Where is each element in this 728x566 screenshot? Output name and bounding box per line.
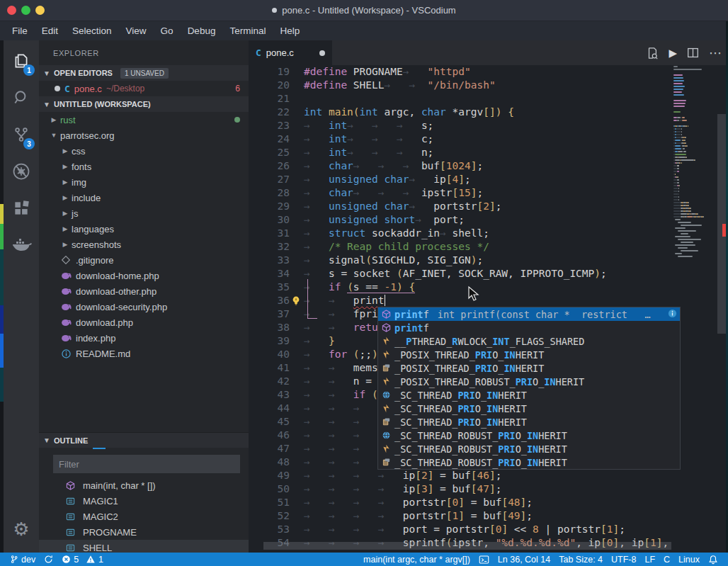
suggest-item-6[interactable]: _SC_THREAD_PRIO_INHERIT [378, 388, 680, 402]
suggest-detail: int printf(const char *__restrict__ … [438, 309, 665, 320]
horizontal-scrollbar[interactable] [263, 542, 671, 550]
notifications-bell-icon[interactable] [704, 553, 722, 566]
code-line-21[interactable]: 21 [249, 92, 728, 106]
suggest-item-5[interactable]: _POSIX_THREAD_ROBUST_PRIO_INHERIT [378, 375, 680, 388]
tree-item-download-security-php[interactable]: download-security.php [39, 299, 249, 315]
menu-view[interactable]: View [120, 23, 153, 38]
code-line-28[interactable]: 28→ char→ → → ipstr[15]; [249, 186, 728, 200]
code-line-35[interactable]: 35→ if (s == -1) { [249, 281, 728, 294]
open-changes-icon[interactable] [646, 47, 659, 60]
settings-gear-icon[interactable]: ⚙ [4, 513, 39, 545]
tree-item-img[interactable]: ▶img [39, 174, 249, 190]
info-icon[interactable] [668, 309, 677, 320]
outline-item-main-int-char-[interactable]: main(int, char * []) [39, 477, 249, 493]
code-line-49[interactable]: 49→ → → → ip[2] = buf[46]; [249, 469, 728, 482]
outline-header[interactable]: ▼ OUTLINE [39, 432, 249, 448]
tree-item-include[interactable]: ▶include [39, 190, 249, 205]
git-branch-item[interactable]: dev [6, 553, 40, 566]
code-line-52[interactable]: 52→ → → → portstr[1] = buf[49]; [249, 509, 728, 523]
code-line-24[interactable]: 24→ int→ → → c; [249, 132, 728, 146]
code-line-27[interactable]: 27→ unsigned char→ ip[4]; [249, 173, 728, 186]
tree-item-screenshots[interactable]: ▶screenshots [39, 237, 249, 252]
tree-item-download-php[interactable]: download.php [39, 315, 249, 330]
tree-item-js[interactable]: ▶js [39, 205, 249, 221]
horizontal-scrollbar-thumb[interactable] [263, 542, 671, 550]
menu-go[interactable]: Go [154, 23, 180, 38]
tree-item-index-php[interactable]: index.php [39, 330, 249, 346]
tab-size-item[interactable]: Tab Size: 4 [554, 553, 607, 566]
code-line-23[interactable]: 23→ int→ → → s; [249, 119, 728, 132]
extensions-icon[interactable] [4, 192, 39, 225]
code-line-25[interactable]: 25→ int→ → → n; [249, 146, 728, 159]
encoding-item[interactable]: UTF-8 [607, 553, 640, 566]
suggest-item-11[interactable]: _SC_THREAD_ROBUST_PRIO_INHERIT [378, 455, 680, 469]
code-line-32[interactable]: 32→ /* Reap child processes */ [249, 240, 728, 254]
explorer-icon[interactable]: 1 [4, 45, 39, 77]
tree-item-download-home-php[interactable]: download-home.php [39, 268, 249, 283]
outline-filter-input[interactable]: Filter [53, 455, 240, 473]
code-line-50[interactable]: 50→ → → → ip[3] = buf[47]; [249, 482, 728, 496]
code-line-36[interactable]: 36→ → print [249, 294, 728, 307]
tree-item--gitignore[interactable]: .gitignore [39, 252, 249, 268]
code-line-30[interactable]: 30→ unsigned short→ port; [249, 213, 728, 227]
terminal-icon[interactable] [474, 553, 494, 566]
code-line-53[interactable]: 53→ → → → port = portstr[0] << 8 | ports… [249, 523, 728, 536]
cursor-position-item[interactable]: Ln 36, Col 14 [494, 553, 554, 566]
code-line-51[interactable]: 51→ → → → portstr[0] = buf[48]; [249, 496, 728, 509]
close-window-button[interactable] [7, 6, 16, 15]
code-line-34[interactable]: 34→ s = socket (AF_INET, SOCK_RAW, IPPRO… [249, 267, 728, 281]
open-editors-header[interactable]: ▼ OPEN EDITORS 1 UNSAVED [39, 65, 249, 81]
more-actions-icon[interactable]: ⋯ [709, 45, 722, 61]
eol-item[interactable]: LF [640, 553, 659, 566]
outline-item-magic2[interactable]: MAGIC2 [39, 509, 249, 524]
menu-file[interactable]: File [6, 23, 34, 38]
tree-item-parrotsec-org[interactable]: ▼parrotsec.org [39, 128, 249, 143]
code-line-33[interactable]: 33→ signal(SIGCHLD, SIG_IGN); [249, 254, 728, 267]
language-mode-item[interactable]: C [659, 553, 674, 566]
title-bar[interactable]: pone.c - Untitled (Workspace) - VSCodium [0, 0, 728, 21]
open-editor-pone-c[interactable]: C pone.c ~/Desktop 6 [39, 81, 249, 96]
code-line-19[interactable]: 19#define PROGNAME→ "httpd" [249, 65, 728, 79]
suggest-item-9[interactable]: _SC_THREAD_ROBUST_PRIO_INHERIT [378, 429, 680, 442]
menu-help[interactable]: Help [273, 23, 306, 38]
suggest-item-7[interactable]: _SC_THREAD_PRIO_INHERIT [378, 402, 680, 415]
suggest-item-3[interactable]: _POSIX_THREAD_PRIO_INHERIT [378, 348, 680, 361]
search-icon[interactable] [4, 81, 39, 114]
menu-debug[interactable]: Debug [181, 23, 222, 38]
tree-item-fonts[interactable]: ▶fonts [39, 159, 249, 174]
docker-icon[interactable] [4, 229, 39, 261]
sync-item[interactable] [40, 553, 57, 566]
tree-item-download-other-php[interactable]: download-other.php [39, 283, 249, 299]
suggest-item-4[interactable]: _POSIX_THREAD_PRIO_INHERIT [378, 361, 680, 375]
tab-pone-c[interactable]: C pone.c [249, 40, 332, 65]
outline-item-progname[interactable]: PROGNAME [39, 524, 249, 540]
code-line-29[interactable]: 29→ unsigned char→ portstr[2]; [249, 200, 728, 213]
tree-item-languages[interactable]: ▶languages [39, 221, 249, 237]
suggest-item-10[interactable]: _SC_THREAD_ROBUST_PRIO_INHERIT [378, 442, 680, 455]
code-line-20[interactable]: 20#define SHELL→ → "/bin/bash" [249, 79, 728, 92]
tree-item-readme-md[interactable]: README.md [39, 346, 249, 361]
menu-selection[interactable]: Selection [66, 23, 118, 38]
suggest-item-0[interactable]: printfint printf(const char *__restrict_… [378, 307, 680, 321]
debug-icon[interactable] [4, 155, 39, 188]
problems-item[interactable]: 5 1 [57, 553, 108, 566]
suggest-item-1[interactable]: printf [378, 321, 680, 334]
code-line-22[interactable]: 22int main(int argc, char *argv[]) { [249, 106, 728, 119]
split-editor-icon[interactable] [687, 47, 699, 59]
workspace-header[interactable]: ▼ UNTITLED (WORKSPACE) [39, 96, 249, 112]
run-code-icon[interactable]: ▶ [669, 47, 677, 60]
menu-terminal[interactable]: Terminal [223, 23, 272, 38]
symbol-context-item[interactable]: main(int argc, char * argv[]) [359, 553, 474, 566]
tree-item-rust[interactable]: ▶rust [39, 112, 249, 128]
source-control-icon[interactable]: 3 [4, 118, 39, 151]
suggest-item-2[interactable]: __PTHREAD_RWLOCK_INT_FLAGS_SHARED [378, 334, 680, 348]
tree-item-css[interactable]: ▶css [39, 143, 249, 159]
outline-item-shell[interactable]: SHELL [39, 540, 249, 553]
maximize-window-button[interactable] [21, 6, 30, 15]
minimize-window-button[interactable] [35, 6, 45, 15]
code-line-26[interactable]: 26→ char→ → → buf[1024]; [249, 159, 728, 173]
menu-edit[interactable]: Edit [35, 23, 64, 38]
outline-item-magic1[interactable]: MAGIC1 [39, 493, 249, 509]
code-line-31[interactable]: 31→ struct sockaddr_in→ shell; [249, 227, 728, 240]
suggest-item-8[interactable]: _SC_THREAD_PRIO_INHERIT [378, 415, 680, 429]
